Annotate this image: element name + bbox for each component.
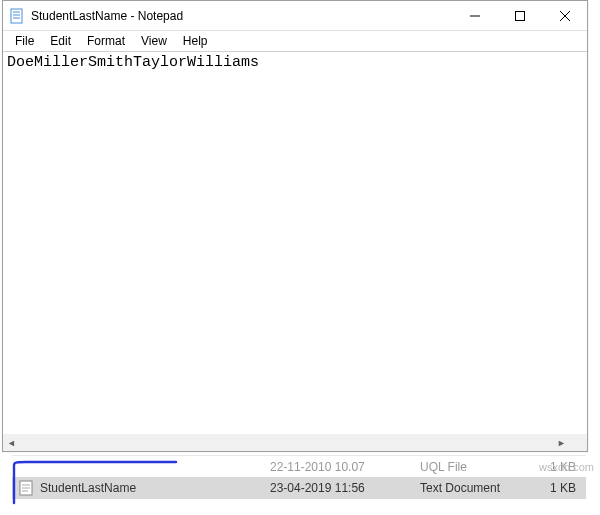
text-content[interactable]: DoeMillerSmithTaylorWilliams <box>3 52 587 451</box>
explorer-file-list: 22-11-2010 10.07 UQL File 1 KB StudentLa… <box>12 455 586 503</box>
notepad-window: StudentLastName - Notepad File Edit Form… <box>2 0 588 452</box>
menu-format[interactable]: Format <box>79 33 133 49</box>
file-size-cell: 1 KB <box>540 481 586 495</box>
minimize-button[interactable] <box>452 1 497 30</box>
editor-area: DoeMillerSmithTaylorWilliams ◄ ► <box>3 51 587 451</box>
window-controls <box>452 1 587 30</box>
svg-rect-0 <box>11 9 22 23</box>
file-date-cell: 23-04-2019 11:56 <box>270 481 420 495</box>
maximize-button[interactable] <box>497 1 542 30</box>
file-date-cell: 22-11-2010 10.07 <box>270 460 420 474</box>
close-button[interactable] <box>542 1 587 30</box>
menu-view[interactable]: View <box>133 33 175 49</box>
table-row-selected[interactable]: StudentLastName 23-04-2019 11:56 Text Do… <box>12 477 586 499</box>
menubar: File Edit Format View Help <box>3 31 587 51</box>
watermark-text: wsxdn.com <box>539 461 594 473</box>
scroll-right-icon[interactable]: ► <box>553 434 570 451</box>
horizontal-scrollbar[interactable]: ◄ ► <box>3 434 570 451</box>
table-row[interactable]: 22-11-2010 10.07 UQL File 1 KB <box>12 455 586 477</box>
scroll-corner <box>570 434 587 451</box>
svg-rect-5 <box>515 11 524 20</box>
text-file-icon <box>18 480 34 496</box>
file-type-cell: UQL File <box>420 460 540 474</box>
menu-edit[interactable]: Edit <box>42 33 79 49</box>
scroll-left-icon[interactable]: ◄ <box>3 434 20 451</box>
titlebar: StudentLastName - Notepad <box>3 1 587 31</box>
notepad-icon <box>9 8 25 24</box>
menu-file[interactable]: File <box>7 33 42 49</box>
file-type-cell: Text Document <box>420 481 540 495</box>
file-name-cell: StudentLastName <box>40 481 270 495</box>
menu-help[interactable]: Help <box>175 33 216 49</box>
window-title: StudentLastName - Notepad <box>31 9 452 23</box>
